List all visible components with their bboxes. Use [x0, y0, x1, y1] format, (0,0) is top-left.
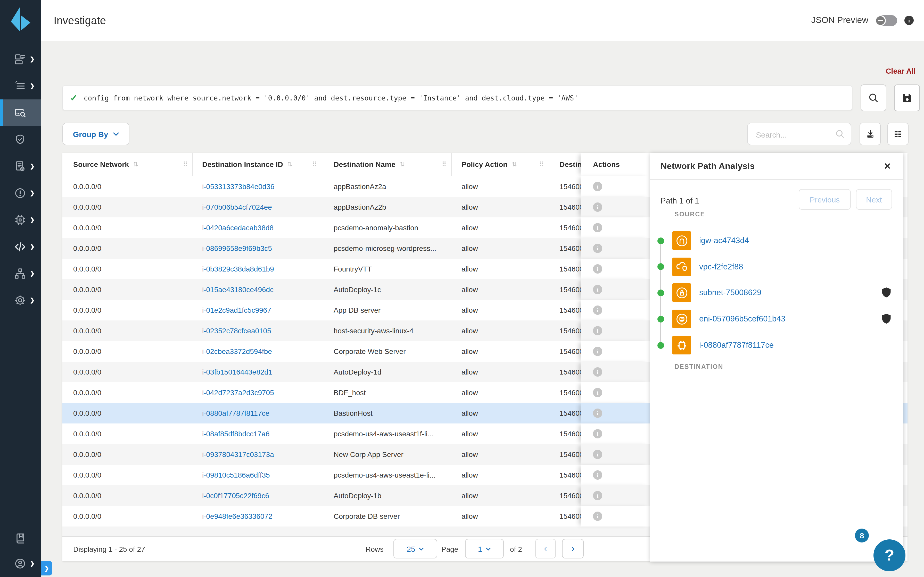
sidebar-item-dashboard[interactable]: ❯: [0, 46, 41, 73]
cell-actions: i: [581, 424, 650, 444]
chevron-right-icon: ❯: [30, 560, 34, 567]
row-info-icon[interactable]: i: [593, 409, 602, 418]
column-grip-icon[interactable]: ⠿: [539, 161, 544, 168]
help-button[interactable]: ?: [874, 539, 905, 571]
row-info-icon[interactable]: i: [593, 512, 602, 521]
path-node-instance: i-0880af7787f8117ce: [650, 336, 903, 355]
sidebar-item-compliance[interactable]: ❯: [0, 153, 41, 180]
sidebar-item-code[interactable]: ❯: [0, 234, 41, 260]
sidebar-item-inventory[interactable]: ❯: [0, 73, 41, 100]
column-grip-icon[interactable]: ⠿: [312, 161, 317, 168]
column-header-0[interactable]: Source Network⇅⠿: [62, 153, 193, 176]
instance-id-link[interactable]: i-0b3829c38da8d61b9: [202, 265, 274, 273]
sidebar-item-policies[interactable]: [0, 126, 41, 153]
path-node-link[interactable]: igw-ac4743d4: [699, 231, 749, 250]
group-by-button[interactable]: Group By: [62, 122, 129, 145]
page-select[interactable]: 1: [465, 539, 504, 558]
clear-all-link[interactable]: Clear All: [885, 67, 916, 75]
json-preview-toggle[interactable]: [876, 15, 897, 26]
sidebar-item-network[interactable]: ❯: [0, 260, 41, 287]
sidebar-item-alerts[interactable]: ❯: [0, 180, 41, 206]
column-header-1[interactable]: Destination Instance ID⇅⠿: [193, 153, 322, 176]
path-node-link[interactable]: vpc-f2fe2f88: [699, 257, 743, 276]
row-info-icon[interactable]: i: [593, 388, 602, 397]
cell-destination: 154600: [549, 424, 581, 444]
sidebar-item-compute[interactable]: ❯: [0, 206, 41, 234]
query-bar[interactable]: ✓ config from network where source.netwo…: [62, 85, 852, 110]
instance-id-link[interactable]: i-0c0f17705c22f69c6: [202, 492, 269, 500]
prisma-cloud-logo-icon[interactable]: [9, 6, 32, 32]
instance-id-link[interactable]: i-08af85df8bdcc17a6: [202, 430, 270, 438]
sort-icon[interactable]: ⇅: [133, 161, 138, 168]
column-header-3[interactable]: Policy Action⇅⠿: [452, 153, 549, 176]
column-grip-icon[interactable]: ⠿: [183, 161, 188, 168]
path-node-link[interactable]: eni-057096b5cef601b43: [699, 309, 785, 328]
instance-id-link[interactable]: i-070b06b54cf7024ee: [202, 203, 272, 211]
row-info-icon[interactable]: i: [593, 491, 602, 500]
chevron-right-icon: ❯: [30, 83, 34, 89]
info-icon[interactable]: i: [905, 16, 914, 25]
row-info-icon[interactable]: i: [593, 306, 602, 315]
row-info-icon[interactable]: i: [593, 285, 602, 294]
row-info-icon[interactable]: i: [593, 367, 602, 377]
chip-icon: [14, 214, 26, 226]
column-label: Destination Instance ID: [202, 160, 283, 168]
instance-id-link[interactable]: i-01e2c9ad1fc5c9967: [202, 306, 271, 314]
instance-id-link[interactable]: i-015ae43180ce496dc: [202, 285, 273, 294]
path-counter: Path 1 of 1: [661, 191, 699, 211]
row-info-icon[interactable]: i: [593, 450, 602, 459]
column-grip-icon[interactable]: ⠿: [442, 161, 446, 168]
column-header-4[interactable]: Destina: [549, 153, 581, 176]
next-path-button[interactable]: Next: [856, 189, 892, 210]
row-info-icon[interactable]: i: [593, 429, 602, 438]
table-search-input[interactable]: [755, 123, 834, 146]
instance-id-link[interactable]: i-0880af7787f8117ce: [202, 409, 270, 417]
instance-id-link[interactable]: i-08699658e9f69b3c5: [202, 244, 272, 253]
download-button[interactable]: [859, 122, 881, 145]
close-icon[interactable]: ✕: [884, 161, 891, 172]
instance-id-link[interactable]: i-02352c78cfcea0105: [202, 327, 271, 335]
cell-source-network: 0.0.0.0/0: [62, 279, 193, 300]
sort-icon[interactable]: ⇅: [287, 161, 292, 168]
previous-path-button[interactable]: Previous: [799, 189, 851, 210]
sidebar-item-docs[interactable]: [0, 525, 41, 551]
run-search-button[interactable]: [861, 84, 886, 111]
row-info-icon[interactable]: i: [593, 244, 602, 253]
sidebar-item-profile[interactable]: ❯: [0, 551, 41, 576]
row-info-icon[interactable]: i: [593, 203, 602, 212]
instance-id-link[interactable]: i-03fb15016443e82d1: [202, 368, 273, 376]
instance-id-link[interactable]: i-02cbea3372d594fbe: [202, 347, 272, 356]
cell-instance-id: i-070b06b54cf7024ee: [193, 197, 322, 218]
row-info-icon[interactable]: i: [593, 347, 602, 356]
next-page-button[interactable]: ›: [562, 539, 584, 558]
instance-id-link[interactable]: i-0420a6cedacab38d8: [202, 224, 273, 232]
column-header-2[interactable]: Destination Name⇅⠿: [322, 153, 452, 176]
eni-icon: [672, 309, 691, 328]
row-info-icon[interactable]: i: [593, 326, 602, 335]
instance-id-link[interactable]: i-0937804317c03173a: [202, 450, 274, 459]
rows-per-page-select[interactable]: 25: [393, 539, 437, 558]
path-node-link[interactable]: subnet-75008629: [699, 283, 761, 302]
columns-button[interactable]: [887, 122, 908, 145]
cell-destination-name: pcsdemo-us4-aws-useast1e-li...: [322, 465, 452, 485]
instance-id-link[interactable]: i-042d7237a2d3c9705: [202, 388, 274, 397]
instance-id-link[interactable]: i-09810c5186a6dff35: [202, 471, 270, 479]
instance-id-link[interactable]: i-053313373b84e0d36: [202, 182, 274, 191]
save-search-button[interactable]: [894, 84, 920, 111]
row-info-icon[interactable]: i: [593, 264, 602, 274]
instance-id-link[interactable]: i-0e948fe6e36336072: [202, 512, 273, 521]
prev-page-button[interactable]: ‹: [535, 539, 556, 558]
chevron-down-icon: [113, 132, 119, 136]
sort-icon[interactable]: ⇅: [400, 161, 405, 168]
sidebar-item-investigate[interactable]: [0, 100, 41, 126]
sort-icon[interactable]: ⇅: [512, 161, 517, 168]
sidebar-expand-button[interactable]: ❯: [41, 561, 52, 575]
row-info-icon[interactable]: i: [593, 182, 602, 191]
cell-instance-id: i-0937804317c03173a: [193, 444, 322, 465]
row-info-icon[interactable]: i: [593, 471, 602, 480]
rows-per-page-value: 25: [407, 544, 415, 553]
row-info-icon[interactable]: i: [593, 223, 602, 232]
sidebar-item-settings[interactable]: ❯: [0, 287, 41, 314]
path-node-link[interactable]: i-0880af7787f8117ce: [699, 336, 774, 355]
cell-actions: i: [581, 218, 650, 238]
